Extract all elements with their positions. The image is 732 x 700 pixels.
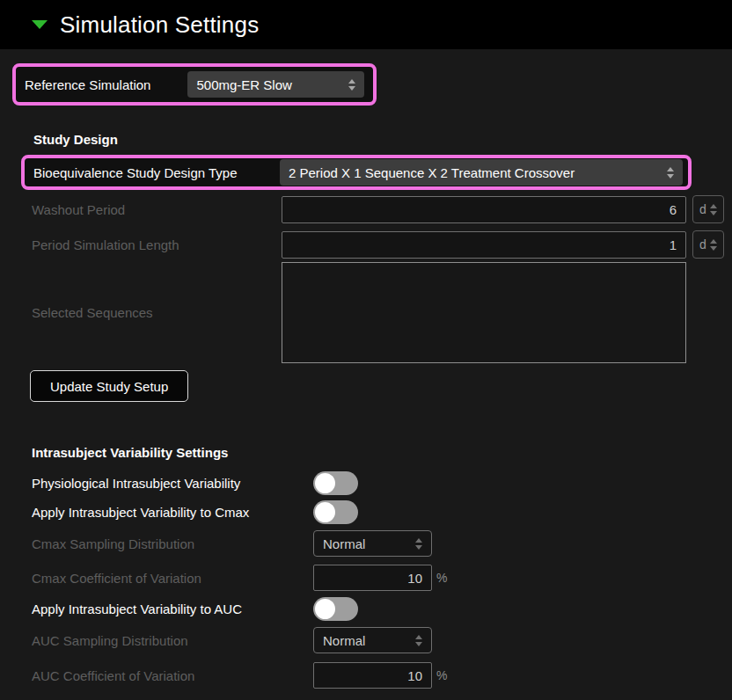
auc-cv-input[interactable] <box>313 662 432 689</box>
selected-sequences-listbox[interactable] <box>282 262 686 363</box>
reference-simulation-select[interactable]: 500mg-ER Slow <box>187 71 364 98</box>
cmax-distribution-row: Cmax Sampling Distribution Normal <box>32 530 732 557</box>
apply-cmax-toggle[interactable] <box>313 500 358 524</box>
period-length-row: Period Simulation Length d <box>32 230 732 259</box>
stepper-arrows-icon <box>667 167 674 179</box>
period-length-input[interactable] <box>282 231 686 259</box>
stepper-arrows-icon <box>415 635 422 646</box>
physiological-variability-label: Physiological Intrasubject Variability <box>32 476 313 491</box>
intrasubject-heading: Intrasubject Variability Settings <box>32 445 732 460</box>
update-study-setup-button[interactable]: Update Study Setup <box>30 370 188 402</box>
washout-period-input[interactable] <box>282 196 686 223</box>
apply-auc-toggle[interactable] <box>313 597 358 621</box>
period-length-label: Period Simulation Length <box>32 237 282 252</box>
cmax-distribution-label: Cmax Sampling Distribution <box>32 536 313 551</box>
auc-distribution-select[interactable]: Normal <box>313 627 432 653</box>
design-type-value: 2 Period X 1 Sequence X 2 Treatment Cros… <box>289 165 660 180</box>
auc-cv-unit: % <box>436 668 447 682</box>
cmax-distribution-value: Normal <box>323 536 408 551</box>
toggle-knob <box>315 502 335 522</box>
selected-sequences-label: Selected Sequences <box>32 305 282 320</box>
physiological-variability-toggle[interactable] <box>313 471 358 495</box>
page-title: Simulation Settings <box>60 11 259 39</box>
auc-distribution-label: AUC Sampling Distribution <box>32 633 313 648</box>
apply-cmax-label: Apply Intrasubject Variability to Cmax <box>32 505 313 520</box>
toggle-knob <box>315 599 335 619</box>
reference-simulation-value: 500mg-ER Slow <box>196 77 341 92</box>
design-type-row: Bioequivalence Study Design Type 2 Perio… <box>21 155 692 190</box>
washout-unit-value: d <box>699 202 706 216</box>
apply-auc-label: Apply Intrasubject Variability to AUC <box>32 602 313 616</box>
cmax-cv-row: Cmax Coefficient of Variation % <box>32 565 732 591</box>
cmax-cv-input[interactable] <box>313 565 432 591</box>
reference-simulation-label: Reference Simulation <box>25 77 187 92</box>
washout-period-label: Washout Period <box>32 202 282 217</box>
stepper-arrows-icon <box>710 239 717 251</box>
reference-simulation-row: Reference Simulation 500mg-ER Slow <box>12 63 377 106</box>
apply-auc-row: Apply Intrasubject Variability to AUC <box>32 597 732 621</box>
apply-cmax-row: Apply Intrasubject Variability to Cmax <box>32 500 732 524</box>
design-type-select[interactable]: 2 Period X 1 Sequence X 2 Treatment Cros… <box>280 159 683 186</box>
auc-cv-row: AUC Coefficient of Variation % <box>32 662 732 689</box>
auc-cv-label: AUC Coefficient of Variation <box>32 668 313 683</box>
cmax-cv-label: Cmax Coefficient of Variation <box>32 571 313 586</box>
washout-unit-select[interactable]: d <box>692 195 724 223</box>
period-length-unit-value: d <box>699 237 706 252</box>
section-header: Simulation Settings <box>0 0 732 49</box>
toggle-knob <box>315 473 335 493</box>
physiological-variability-row: Physiological Intrasubject Variability <box>32 471 732 495</box>
cmax-distribution-select[interactable]: Normal <box>313 530 432 557</box>
washout-period-row: Washout Period d <box>32 195 732 223</box>
design-type-label: Bioequivalence Study Design Type <box>30 165 280 180</box>
auc-distribution-value: Normal <box>323 633 408 648</box>
study-design-heading: Study Design <box>33 132 732 147</box>
collapse-triangle-icon[interactable] <box>32 20 48 29</box>
selected-sequences-row: Selected Sequences <box>32 262 732 363</box>
stepper-arrows-icon <box>710 204 717 215</box>
period-length-unit-select[interactable]: d <box>692 230 724 259</box>
cmax-cv-unit: % <box>436 571 447 585</box>
auc-distribution-row: AUC Sampling Distribution Normal <box>32 627 732 653</box>
stepper-arrows-icon <box>415 538 422 550</box>
stepper-arrows-icon <box>348 79 355 91</box>
